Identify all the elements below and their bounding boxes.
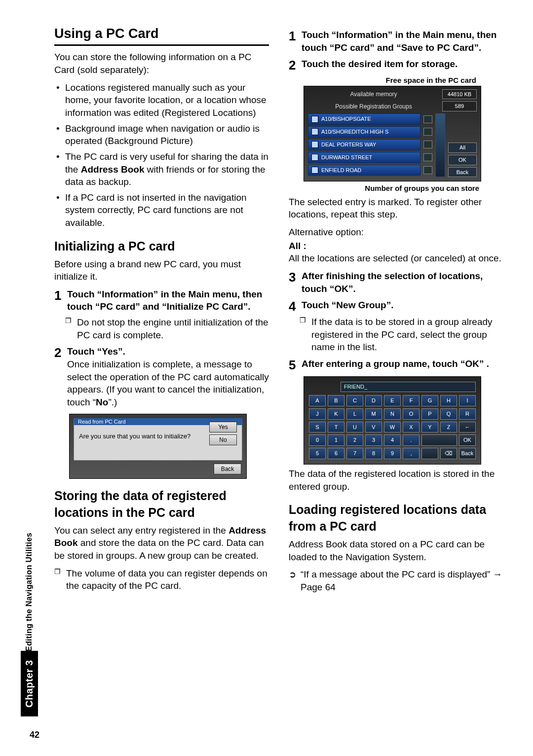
step-3: 3 After finishing the selection of locat…	[289, 270, 503, 295]
location-label: ENFIELD ROAD	[321, 167, 361, 174]
no-button[interactable]: No	[209, 434, 237, 445]
step-2: 2 Touch the desired item for storage.	[289, 58, 503, 72]
side-chapter-label: Chapter 3	[21, 651, 38, 717]
scrollbar[interactable]	[435, 113, 445, 177]
key[interactable]: B	[328, 395, 344, 406]
key[interactable]: 3	[365, 434, 382, 446]
note-list: The volume of data you can register depe…	[54, 567, 269, 592]
cross-reference: “If a message about the PC card is displ…	[289, 568, 503, 593]
all-button[interactable]: All	[448, 143, 477, 153]
bullet-item: Background image when navigation or audi…	[65, 122, 269, 147]
key[interactable]: ,	[403, 448, 419, 459]
step-5: 5 After entering a group name, touch “OK…	[289, 358, 503, 371]
side-tab: Editing the Navigation Utilities Chapter…	[12, 0, 46, 736]
key[interactable]: N	[384, 408, 401, 420]
key-ok[interactable]: OK	[459, 434, 476, 446]
key[interactable]: Q	[440, 408, 457, 420]
note-list: If the data is to be stored in a group a…	[289, 316, 503, 354]
intro-text: You can store the following information …	[54, 51, 269, 76]
location-icon	[311, 116, 318, 123]
step-number: 5	[289, 358, 302, 371]
key[interactable]: C	[346, 395, 363, 406]
key[interactable]: F	[403, 395, 419, 406]
key[interactable]: 8	[365, 448, 382, 459]
checkbox[interactable]	[423, 166, 432, 174]
paragraph: The data of the registered location is s…	[289, 468, 503, 493]
key-backspace[interactable]: ⌫	[440, 448, 457, 459]
key[interactable]: R	[459, 408, 476, 420]
side-utilities-label: Editing the Navigation Utilities	[25, 533, 34, 651]
group-name-input[interactable]: FRIEND_	[341, 382, 476, 392]
note-item: The volume of data you can register depe…	[66, 567, 269, 592]
key[interactable]: T	[328, 422, 344, 433]
key[interactable]: I	[459, 395, 476, 406]
yes-button[interactable]: Yes	[209, 422, 237, 432]
step-text: After entering a group name, touch “OK” …	[302, 359, 489, 369]
checkbox[interactable]	[423, 128, 432, 136]
checkbox[interactable]	[423, 153, 432, 161]
key-shift[interactable]: ←	[459, 422, 476, 433]
step-1: 1 Touch “Information” in the Main menu, …	[289, 29, 503, 54]
key-back[interactable]: Back	[459, 448, 476, 459]
checkbox[interactable]	[423, 141, 432, 148]
key[interactable]: 1	[328, 434, 344, 446]
key[interactable]: 5	[309, 448, 326, 459]
key-blank	[421, 448, 438, 459]
location-icon	[311, 154, 318, 161]
key[interactable]: J	[309, 408, 326, 420]
onscreen-keyboard: A B C D E F G H I J K L M N O	[309, 395, 476, 459]
key[interactable]: Z	[440, 422, 457, 433]
step-number: 1	[289, 29, 302, 54]
dialog-box: Read from PC Card Are you sure that you …	[74, 418, 242, 461]
key-spacer	[421, 434, 457, 446]
key[interactable]: M	[365, 408, 382, 420]
back-button[interactable]: Back	[214, 464, 241, 474]
key[interactable]: E	[384, 395, 401, 406]
key[interactable]: V	[365, 422, 382, 433]
figure-keyboard: FRIEND_ A B C D E F G H I J K L	[304, 376, 481, 465]
page-number: 42	[30, 730, 39, 740]
key[interactable]: S	[309, 422, 326, 433]
label-possible-groups: Possible Registration Groups	[308, 103, 439, 110]
heading-initializing: Initializing a PC card	[54, 238, 269, 255]
location-row[interactable]: A10/SHOREDITCH HIGH S	[308, 126, 420, 138]
key[interactable]: 0	[309, 434, 326, 446]
key[interactable]: 6	[328, 448, 344, 459]
ok-button[interactable]: OK	[448, 155, 477, 165]
note-item: If the data is to be stored in a group a…	[311, 316, 503, 354]
key[interactable]: L	[346, 408, 363, 420]
location-row[interactable]: ENFIELD ROAD	[308, 165, 420, 176]
location-row[interactable]: DURWARD STREET	[308, 152, 420, 163]
label-number-groups: Number of groups you can store	[304, 183, 481, 193]
bullet-item: Locations registered manually such as yo…	[65, 81, 269, 119]
key[interactable]: H	[440, 395, 457, 406]
step-number: 2	[54, 345, 67, 408]
key[interactable]: O	[403, 408, 419, 420]
figure-memory-list: Free space in the PC card Available memo…	[304, 75, 481, 193]
paragraph: The selected entry is marked. To registe…	[289, 196, 503, 221]
step-1: 1 Touch “Information” in the Main menu, …	[54, 288, 269, 313]
key[interactable]: 4	[384, 434, 401, 446]
key[interactable]: W	[384, 422, 401, 433]
label-all: All :	[289, 240, 503, 252]
back-button[interactable]: Back	[448, 167, 477, 178]
key[interactable]: .	[403, 434, 419, 446]
key[interactable]: U	[346, 422, 363, 433]
key[interactable]: X	[403, 422, 419, 433]
key[interactable]: 7	[346, 448, 363, 459]
location-label: A10/SHOREDITCH HIGH S	[321, 128, 388, 136]
key[interactable]: A	[309, 395, 326, 406]
key[interactable]: P	[421, 408, 438, 420]
key[interactable]: G	[421, 395, 438, 406]
key[interactable]: Y	[421, 422, 438, 433]
checkbox[interactable]	[423, 115, 432, 123]
key[interactable]: D	[365, 395, 382, 406]
location-row[interactable]: A10/BISHOPSGATE	[308, 113, 420, 125]
right-column: 1 Touch “Information” in the Main menu, …	[289, 25, 503, 596]
key[interactable]: 2	[346, 434, 363, 446]
location-icon	[311, 167, 318, 174]
storing-text: You can select any entry registered in t…	[54, 524, 269, 562]
location-row[interactable]: DEAL PORTERS WAY	[308, 139, 420, 150]
key[interactable]: K	[328, 408, 344, 420]
key[interactable]: 9	[384, 448, 401, 459]
